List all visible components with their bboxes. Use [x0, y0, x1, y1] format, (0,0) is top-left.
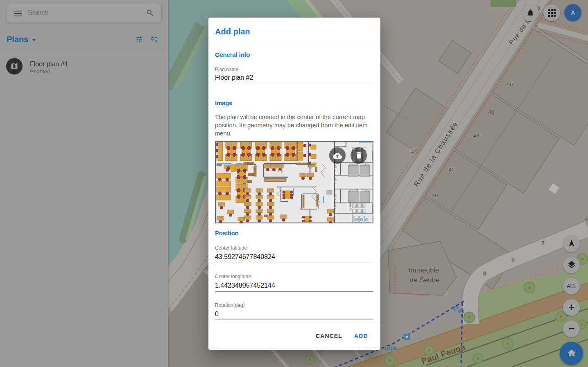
svg-text:P: P [454, 305, 458, 313]
svg-text:40: 40 [432, 192, 438, 198]
svg-text:46: 46 [473, 133, 479, 139]
svg-text:3: 3 [483, 270, 486, 277]
svg-text:42: 42 [448, 167, 455, 173]
svg-text:5: 5 [511, 257, 515, 263]
svg-text:7: 7 [541, 240, 545, 246]
svg-text:1: 1 [444, 289, 448, 295]
svg-text:9: 9 [584, 216, 588, 223]
svg-text:Immeuble: Immeuble [409, 266, 439, 274]
svg-text:de Seube: de Seube [410, 276, 440, 284]
svg-text:17: 17 [410, 148, 416, 154]
svg-text:50: 50 [507, 81, 513, 88]
svg-text:48: 48 [488, 109, 494, 115]
svg-text:uga: uga [384, 344, 397, 352]
